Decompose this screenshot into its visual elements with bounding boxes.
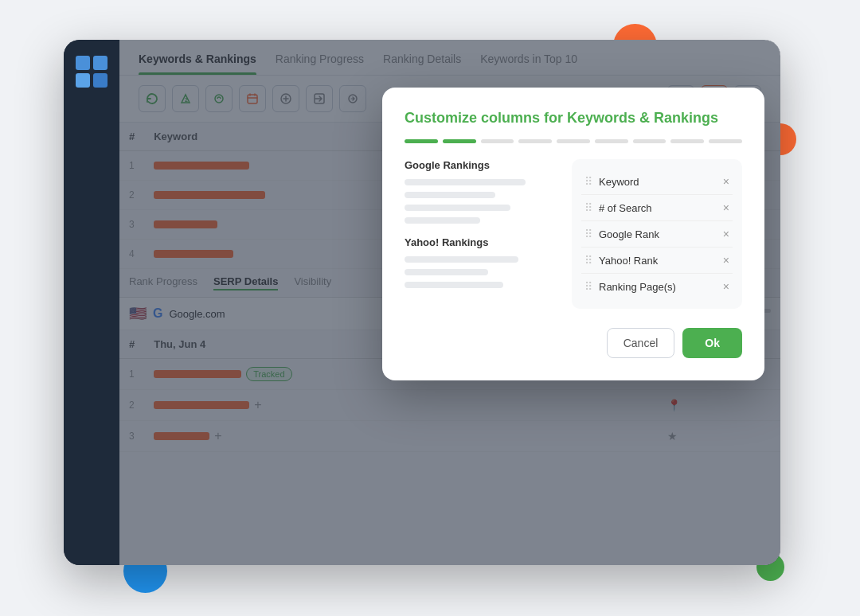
col-item-label: # of Search [599, 202, 652, 214]
col-section-left: Google Rankings Yahoo! Rankings [405, 159, 556, 309]
remove-searches-icon[interactable]: × [723, 201, 729, 214]
placeholder-line [405, 269, 488, 275]
drag-handle-icon[interactable]: ⠿ [584, 175, 592, 188]
progress-seg-3 [481, 139, 514, 143]
col-item-label: Google Rank [599, 228, 659, 240]
app-logo [76, 56, 108, 88]
col-item-label: Yahoo! Rank [599, 255, 658, 267]
placeholder-line [405, 192, 495, 198]
modal-columns: Google Rankings Yahoo! Rankings [405, 159, 742, 309]
col-item-searches: ⠿ # of Search × [581, 195, 733, 221]
progress-seg-6 [595, 139, 628, 143]
placeholder-line [405, 256, 518, 263]
placeholder-line [405, 282, 503, 288]
logo-cell-2 [93, 56, 108, 70]
modal-progress [405, 139, 742, 143]
col-item-label: Keyword [599, 176, 639, 188]
col-item-ranking-page: ⠿ Ranking Page(s) × [581, 274, 733, 299]
remove-yahoo-rank-icon[interactable]: × [723, 254, 729, 267]
drag-handle-icon[interactable]: ⠿ [584, 228, 592, 240]
col-item-keyword: ⠿ Keyword × [581, 169, 733, 195]
modal-title-highlight: Keywords & Rankings [567, 110, 718, 126]
sidebar [64, 40, 119, 565]
remove-google-rank-icon[interactable]: × [723, 228, 729, 240]
modal-footer: Cancel Ok [405, 328, 742, 358]
app-container: Keywords & Rankings Ranking Progress Ran… [64, 40, 780, 565]
progress-seg-4 [518, 139, 552, 143]
placeholder-line [405, 205, 510, 211]
cancel-button[interactable]: Cancel [607, 328, 675, 358]
main-content: Keywords & Rankings Ranking Progress Ran… [119, 40, 780, 565]
ok-button[interactable]: Ok [682, 328, 742, 358]
col-item-yahoo-rank: ⠿ Yahoo! Rank × [581, 248, 733, 274]
col-item-google-rank: ⠿ Google Rank × [581, 221, 733, 248]
remove-ranking-page-icon[interactable]: × [723, 280, 729, 293]
remove-keyword-icon[interactable]: × [723, 175, 729, 188]
drag-handle-icon[interactable]: ⠿ [584, 254, 592, 267]
progress-seg-9 [709, 139, 742, 143]
drag-handle-icon[interactable]: ⠿ [584, 201, 592, 214]
progress-seg-1 [405, 139, 438, 143]
progress-seg-5 [557, 139, 590, 143]
modal-title: Customize columns for Keywords & Ranking… [405, 110, 742, 127]
progress-seg-2 [443, 139, 476, 143]
col-item-label: Ranking Page(s) [599, 281, 676, 293]
logo-cell-4 [93, 73, 108, 88]
progress-seg-8 [670, 139, 704, 143]
col-items-right: ⠿ Keyword × ⠿ # of Search × [572, 159, 742, 309]
logo-cell-3 [76, 73, 90, 88]
customize-columns-modal: Customize columns for Keywords & Ranking… [382, 88, 764, 380]
logo-cell-1 [76, 56, 90, 70]
yahoo-rankings-title: Yahoo! Rankings [405, 236, 556, 248]
placeholder-line [405, 179, 526, 185]
drag-handle-icon[interactable]: ⠿ [584, 280, 592, 293]
google-rankings-title: Google Rankings [405, 159, 556, 171]
placeholder-line [405, 217, 480, 224]
progress-seg-7 [633, 139, 666, 143]
